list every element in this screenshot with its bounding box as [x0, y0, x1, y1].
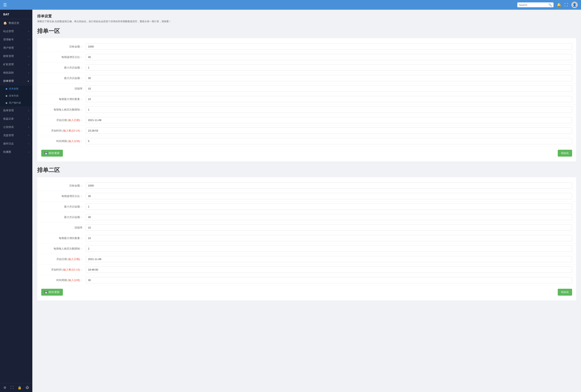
form-label-max-share-1: 最大共识金额：: [41, 76, 86, 80]
sidebar-item-label: 操作日志: [3, 142, 27, 145]
sidebar-item-label: 充提管理: [3, 134, 27, 137]
sidebar-item-label: 收益记录: [3, 117, 27, 121]
sidebar-item-notice[interactable]: 公告快讯 ›: [0, 123, 32, 131]
sidebar-item-wallet[interactable]: 钱包划转 ›: [0, 69, 32, 77]
sidebar-item-site[interactable]: 站点管理 ›: [0, 27, 32, 35]
form-row-start-date-1: 开始日期 (输入日期)：: [37, 115, 576, 125]
expand-icon[interactable]: ⛶: [10, 386, 14, 390]
input-start-time-2[interactable]: [86, 267, 572, 273]
input-target-amount-1[interactable]: [86, 43, 572, 50]
search-box: 🔍: [517, 2, 554, 7]
sub-item-label: 用户预约表: [9, 101, 21, 105]
sidebar-item-carousel[interactable]: 轮播图 ›: [0, 148, 32, 156]
lock-icon[interactable]: 🔒: [18, 386, 22, 390]
power-icon[interactable]: ⏻: [26, 386, 29, 390]
chevron-right-icon: ›: [28, 47, 29, 49]
page-subtitle: 调整后下斯生效,先把数据填正确，再点初始化，执行初始化会把某个排单的所有期数数据…: [37, 20, 576, 23]
section-title-zone1: 排单一区: [37, 27, 576, 35]
search-input[interactable]: [519, 3, 547, 6]
sidebar-item-mining[interactable]: 矿机管理 ›: [0, 60, 32, 69]
input-max-growth-2[interactable]: [86, 235, 572, 241]
form-label-target-amount-2: 目标金额：: [41, 184, 86, 188]
search-icon: 🔍: [548, 3, 552, 6]
menu-toggle-button[interactable]: ☰: [3, 2, 7, 7]
form-row-target-amount-1: 目标金额：: [37, 41, 576, 52]
init-button-zone2[interactable]: 初始化: [558, 289, 572, 296]
header-right: 🔍 🔔 ⛶ 👤: [517, 1, 578, 8]
sidebar-submenu-queue: 排单参数 排单列表 用户预约表: [0, 85, 32, 106]
sidebar-item-users[interactable]: 用户管理 ›: [0, 44, 32, 52]
sidebar-item-finance[interactable]: 财务管理 ›: [0, 52, 32, 60]
form-label-min-share-1: 最小共识金额：: [41, 66, 86, 69]
input-min-share-2[interactable]: [86, 203, 572, 210]
sidebar-item-recharge[interactable]: 充提管理 ›: [0, 131, 32, 140]
form-row-start-time-2: 开始时间 (输入整点0-24)：: [37, 265, 576, 275]
form-label-start-date-2: 开始日期 (输入日期)：: [41, 257, 86, 261]
form-actions-zone2: 💾 保存/更新 初始化: [37, 286, 576, 297]
input-increment-1[interactable]: [86, 54, 572, 60]
input-max-growth-1[interactable]: [86, 96, 572, 102]
form-label-max-share-2: 最大共识金额：: [41, 215, 86, 219]
sidebar-item-dashboard[interactable]: 🏠 数据总览: [0, 19, 32, 27]
input-start-time-1[interactable]: [86, 127, 572, 134]
input-return-rate-2[interactable]: [86, 225, 572, 231]
fullscreen-icon[interactable]: ⛶: [564, 3, 568, 7]
input-per-limit-1[interactable]: [86, 106, 572, 113]
sidebar-item-label: 公告快讯: [3, 125, 27, 129]
logo-area: ☰: [3, 2, 7, 7]
input-max-share-2[interactable]: [86, 214, 572, 220]
save-button-zone1[interactable]: 💾 保存/更新: [41, 150, 63, 157]
save-button-zone2[interactable]: 💾 保存/更新: [41, 289, 63, 296]
form-row-start-time-1: 开始时间 (输入整点0-24)：: [37, 125, 576, 136]
input-increment-2[interactable]: [86, 193, 572, 199]
sidebar-item-account[interactable]: 管理账号 ›: [0, 35, 32, 44]
sidebar-item-queue[interactable]: 排单管理 ∨: [0, 77, 32, 85]
sidebar-item-user-appoint[interactable]: 用户预约表: [0, 99, 32, 106]
input-start-date-1[interactable]: [86, 117, 572, 123]
active-dot-icon: [6, 88, 7, 90]
notification-bell-icon[interactable]: 🔔: [557, 3, 561, 7]
input-min-share-1[interactable]: [86, 64, 572, 71]
form-label-increment-2: 每期递增百分比：: [41, 194, 86, 198]
sidebar-item-oplog[interactable]: 操作日志 ›: [0, 140, 32, 148]
chevron-right-icon: ›: [28, 71, 29, 74]
section-title-zone2: 排单二区: [37, 166, 576, 174]
chevron-right-icon: ›: [28, 118, 29, 120]
sidebar-item-label: 轮播图: [3, 150, 27, 154]
dot-icon: [6, 102, 7, 104]
form-row-time-cycle-1: 时间周期 (输入分钟)：: [37, 136, 576, 146]
time-cycle-hint-1: 输入分钟: [68, 140, 79, 143]
input-time-cycle-2[interactable]: [86, 277, 572, 283]
chevron-right-icon: ›: [28, 30, 29, 32]
sidebar-item-label: 钱包划转: [3, 71, 27, 74]
form-label-min-share-2: 最小共识金额：: [41, 205, 86, 209]
init-button-zone1[interactable]: 初始化: [558, 150, 572, 157]
input-target-amount-2[interactable]: [86, 182, 572, 189]
input-start-date-2[interactable]: [86, 256, 572, 262]
form-label-max-growth-1: 每期最大增长数量：: [41, 97, 86, 101]
avatar[interactable]: 👤: [571, 1, 578, 8]
sidebar-item-queue-params[interactable]: 排单参数: [0, 85, 32, 92]
input-return-rate-1[interactable]: [86, 85, 572, 92]
form-actions-zone1: 💾 保存/更新 初始化: [37, 146, 576, 158]
sidebar-item-label: 财务管理: [3, 54, 27, 58]
top-header: ☰ 🔍 🔔 ⛶ 👤: [0, 0, 581, 10]
sidebar-item-grab[interactable]: 抢单管理 ›: [0, 106, 32, 115]
sidebar-item-queue-list[interactable]: 排单列表: [0, 92, 32, 99]
form-label-start-time-1: 开始时间 (输入整点0-24)：: [41, 129, 86, 133]
form-label-target-amount-1: 目标金额：: [41, 45, 86, 48]
input-time-cycle-1[interactable]: [86, 138, 572, 144]
dot-icon: [6, 95, 7, 97]
form-label-start-time-2: 开始时间 (输入整点0-24)：: [41, 268, 86, 272]
input-per-limit-2[interactable]: [86, 246, 572, 252]
form-row-max-share-2: 最大共识金额：: [37, 212, 576, 222]
form-row-start-date-2: 开始日期 (输入日期)：: [37, 254, 576, 265]
sidebar-item-label: 抢单管理: [3, 109, 27, 112]
sidebar-item-earnings[interactable]: 收益记录 ›: [0, 115, 32, 123]
form-card-zone1: 目标金额： 每期递增百分比： 最小共识金额： 最大共识金额： 回报率 每期最大增…: [37, 38, 576, 161]
form-row-per-limit-1: 每期每人购买次数限制：: [37, 104, 576, 115]
chevron-right-icon: ›: [28, 63, 29, 66]
form-row-return-rate-2: 回报率: [37, 222, 576, 233]
settings-icon[interactable]: ⚙: [4, 386, 6, 390]
input-max-share-1[interactable]: [86, 75, 572, 81]
